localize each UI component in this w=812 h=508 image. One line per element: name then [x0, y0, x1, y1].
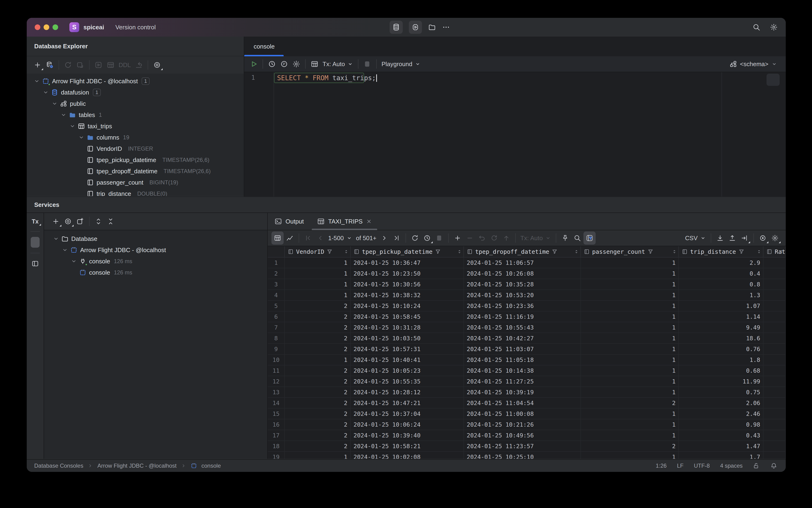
cell-17-tpep_dropoff_datetime[interactable]: 2024-01-25 10:49:56 — [464, 430, 581, 440]
results-export-format[interactable]: CSV — [683, 235, 708, 242]
console-history[interactable] — [266, 58, 278, 70]
explorer-view-options[interactable] — [151, 58, 163, 72]
breadcrumb-item[interactable]: Arrow Flight JDBC - @localhost — [97, 463, 177, 469]
explorer-item-trip-distance[interactable]: trip_distanceDOUBLE(0) — [27, 188, 244, 196]
cell-4-tpep_pickup_datetime[interactable]: 2024-01-25 10:38:32 — [351, 290, 464, 300]
cell-17-vendorid[interactable]: 2 — [285, 430, 351, 440]
services-item-console[interactable]: console126 ms — [44, 267, 267, 278]
status-item[interactable]: 4 spaces — [720, 463, 742, 469]
cell-19-vendorid[interactable]: 1 — [285, 452, 351, 459]
lock-open-icon[interactable] — [753, 462, 760, 469]
results-tx-mode[interactable]: Tx: Auto — [518, 235, 553, 242]
cell-5-tpep_dropoff_datetime[interactable]: 2024-01-25 10:23:36 — [464, 301, 581, 311]
explorer-item-vendorid[interactable]: VendorIDINTEGER — [27, 143, 244, 154]
tab-console[interactable]: console — [244, 37, 284, 56]
explorer-open-table[interactable] — [104, 58, 117, 72]
minimize-window-button[interactable] — [44, 25, 49, 30]
titlebar-project-folder-button[interactable] — [428, 23, 436, 31]
sort-icon[interactable] — [344, 249, 349, 254]
explorer-item-columns[interactable]: columns19 — [27, 132, 244, 143]
cell-7-trip_distance[interactable]: 9.49 — [679, 322, 764, 333]
zoom-window-button[interactable] — [52, 25, 58, 30]
grid-row-11[interactable]: 1122024-01-25 10:05:232024-01-25 10:14:3… — [268, 366, 786, 376]
results-first-page[interactable] — [302, 231, 314, 245]
results-revert[interactable] — [476, 231, 488, 245]
cell-3-vendorid[interactable]: 1 — [285, 279, 351, 289]
console-result-view[interactable] — [309, 58, 321, 70]
cell-17-trip_distance[interactable]: 0.43 — [679, 430, 764, 440]
cell-6-trip_distance[interactable]: 1.14 — [679, 311, 764, 322]
cell-12-passenger_count[interactable]: 1 — [581, 376, 679, 386]
column-header-trip_distance[interactable]: trip_distance — [679, 246, 764, 257]
grid-row-3[interactable]: 312024-01-25 10:30:562024-01-25 10:35:28… — [268, 279, 786, 290]
cell-10-rate[interactable] — [764, 354, 786, 365]
titlebar-settings-button[interactable] — [770, 23, 778, 31]
cell-14-rate[interactable] — [764, 398, 786, 408]
explorer-item-datafusion[interactable]: datafusion1 — [27, 87, 244, 98]
cell-13-tpep_pickup_datetime[interactable]: 2024-01-25 10:28:12 — [351, 387, 464, 397]
grid-row-8[interactable]: 822024-01-25 10:03:502024-01-25 10:42:27… — [268, 333, 786, 344]
cell-7-rate[interactable] — [764, 322, 786, 333]
sort-icon[interactable] — [757, 249, 762, 254]
cell-3-passenger_count[interactable]: 1 — [581, 279, 679, 289]
close-icon[interactable] — [366, 218, 372, 224]
cell-11-trip_distance[interactable]: 0.68 — [679, 366, 764, 376]
explorer-item-arrow-flight-jdbc-localhost[interactable]: Arrow Flight JDBC - @localhost1 — [27, 76, 244, 87]
explorer-item-passenger-count[interactable]: passenger_countBIGINT(19) — [27, 177, 244, 188]
cell-16-rate[interactable] — [764, 419, 786, 430]
results-last-page[interactable] — [391, 231, 403, 245]
status-item[interactable]: 1:26 — [656, 463, 667, 469]
results-tab-taxi_trips[interactable]: TAXI_TRIPS — [310, 213, 378, 230]
grid-row-5[interactable]: 522024-01-25 10:10:242024-01-25 10:23:36… — [268, 301, 786, 311]
filter-icon[interactable] — [326, 249, 333, 255]
sort-icon[interactable] — [457, 249, 462, 254]
titlebar-run-tool-button[interactable] — [409, 20, 422, 34]
grid-row-15[interactable]: 1522024-01-25 10:37:042024-01-25 11:00:0… — [268, 409, 786, 419]
cell-15-rate[interactable] — [764, 409, 786, 419]
cell-13-vendorid[interactable]: 2 — [285, 387, 351, 397]
cell-1-tpep_pickup_datetime[interactable]: 2024-01-25 10:36:47 — [351, 257, 464, 268]
cell-2-trip_distance[interactable]: 0.4 — [679, 268, 764, 279]
explorer-generate-ddl[interactable]: DDL — [117, 61, 133, 69]
console-tx-mode[interactable]: Tx: Auto — [321, 60, 355, 68]
results-query-history[interactable] — [421, 231, 433, 245]
grid-row-17[interactable]: 1722024-01-25 10:39:402024-01-25 10:49:5… — [268, 430, 786, 441]
cell-9-trip_distance[interactable]: 0.76 — [679, 344, 764, 354]
cell-17-tpep_pickup_datetime[interactable]: 2024-01-25 10:39:40 — [351, 430, 464, 440]
explorer-item-taxi-trips[interactable]: taxi_trips — [27, 121, 244, 132]
cell-16-tpep_dropoff_datetime[interactable]: 2024-01-25 10:21:26 — [464, 419, 581, 430]
explorer-item-tpep-pickup-datetime[interactable]: tpep_pickup_datetimeTIMESTAMP(26,6) — [27, 154, 244, 166]
grid-row-6[interactable]: 622024-01-25 10:58:452024-01-25 11:16:19… — [268, 311, 786, 322]
cell-13-trip_distance[interactable]: 0.75 — [679, 387, 764, 397]
cell-14-trip_distance[interactable]: 2.06 — [679, 398, 764, 408]
results-reload[interactable] — [409, 231, 421, 245]
cell-3-tpep_dropoff_datetime[interactable]: 2024-01-25 10:35:28 — [464, 279, 581, 289]
cell-6-passenger_count[interactable]: 1 — [581, 311, 679, 322]
cell-4-rate[interactable] — [764, 290, 786, 300]
explorer-jump-to-console[interactable] — [74, 58, 86, 72]
cell-4-trip_distance[interactable]: 1.3 — [679, 290, 764, 300]
cell-1-trip_distance[interactable]: 2.9 — [679, 257, 764, 268]
console-settings[interactable] — [290, 58, 302, 70]
cell-11-tpep_dropoff_datetime[interactable]: 2024-01-25 10:14:38 — [464, 366, 581, 376]
cell-13-passenger_count[interactable]: 1 — [581, 387, 679, 397]
explorer-jump-to-ddl[interactable] — [133, 58, 145, 72]
grid-row-9[interactable]: 922024-01-25 10:57:312024-01-25 11:03:07… — [268, 344, 786, 354]
services-expand-all[interactable] — [92, 215, 104, 228]
cell-5-trip_distance[interactable]: 1.07 — [679, 301, 764, 311]
cell-19-tpep_dropoff_datetime[interactable]: 2024-01-25 10:25:10 — [464, 452, 581, 459]
services-add-service[interactable] — [50, 215, 62, 228]
grid-row-12[interactable]: 1222024-01-25 10:55:352024-01-25 11:27:2… — [268, 376, 786, 387]
results-add-row[interactable] — [451, 231, 464, 245]
grid-row-7[interactable]: 722024-01-25 10:31:282024-01-25 10:55:43… — [268, 322, 786, 333]
explorer-data-source-properties[interactable] — [44, 58, 56, 72]
cell-17-passenger_count[interactable]: 1 — [581, 430, 679, 440]
sql-editor[interactable]: 1 SELECT * FROM taxi_trips; — [244, 72, 786, 197]
column-header-passenger_count[interactable]: passenger_count — [581, 246, 679, 257]
status-item[interactable]: LF — [677, 463, 683, 469]
cell-5-rate[interactable] — [764, 301, 786, 311]
sort-icon[interactable] — [574, 249, 579, 254]
project-menu[interactable]: spiceai — [84, 24, 106, 31]
cell-2-tpep_dropoff_datetime[interactable]: 2024-01-25 10:26:08 — [464, 268, 581, 279]
cell-9-vendorid[interactable]: 2 — [285, 344, 351, 354]
